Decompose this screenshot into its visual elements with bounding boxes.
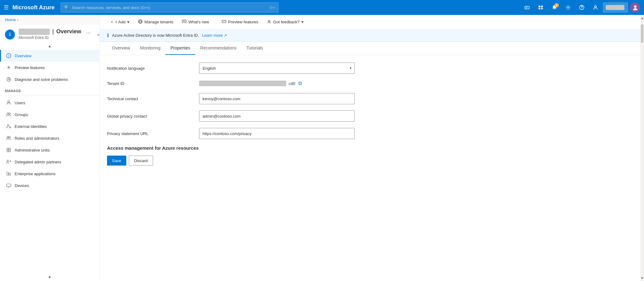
notification-language-row: Notification language English French Ger… <box>107 63 387 74</box>
sidebar-tenant-name: | Overview <box>19 28 81 35</box>
svg-point-14 <box>7 77 11 81</box>
properties-form: Notification language English French Ger… <box>107 63 387 166</box>
privacy-url-control <box>199 128 355 139</box>
sidebar-item-roles[interactable]: Roles and administrators <box>0 132 99 144</box>
sidebar-item-delegated[interactable]: Delegated admin partners <box>0 156 99 168</box>
scroll-up-arrow[interactable]: ▲ <box>640 15 644 21</box>
svg-point-5 <box>554 9 555 10</box>
sidebar-more-button[interactable]: ··· <box>85 28 92 37</box>
manage-tenants-button[interactable]: Manage tenants <box>134 17 177 26</box>
sidebar-item-devices[interactable]: Devices <box>0 180 99 191</box>
sidebar-item-label-enterprise: Enterprise applications <box>15 171 56 176</box>
sidebar-item-admin-units[interactable]: Administrative units <box>0 144 99 156</box>
content-area: + + Add ▾ Manage tenants What's new <box>100 15 640 281</box>
devices-icon <box>6 183 12 188</box>
sidebar-item-label-devices: Devices <box>15 183 29 188</box>
privacy-contact-input[interactable] <box>199 110 355 122</box>
content-body: Notification language English French Ger… <box>100 55 640 281</box>
discard-button[interactable]: Discard <box>129 156 153 166</box>
tab-properties[interactable]: Properties <box>166 42 195 55</box>
tab-monitoring[interactable]: Monitoring <box>135 42 165 55</box>
notifications-button[interactable]: 1 <box>548 1 561 14</box>
breadcrumb: Home › <box>0 15 99 25</box>
app-logo: Microsoft Azure <box>12 4 54 11</box>
got-feedback-button[interactable]: Got feedback? ▾ <box>263 17 307 26</box>
whats-new-button[interactable]: What's new <box>178 17 213 26</box>
cloud-shell-button[interactable] <box>521 1 533 14</box>
sidebar-item-label-admin: Administrative units <box>15 148 50 152</box>
save-button[interactable]: Save <box>107 156 126 166</box>
feedback-icon <box>267 19 271 25</box>
right-scrollbar: ▲ ▼ <box>640 15 644 281</box>
search-input[interactable] <box>72 5 267 10</box>
scroll-track[interactable] <box>640 21 644 275</box>
sidebar-collapse-button[interactable]: « <box>96 31 100 38</box>
privacy-url-input[interactable] <box>199 128 355 139</box>
user-account-button[interactable] <box>603 2 628 12</box>
scroll-down-arrow[interactable]: ▼ <box>640 275 644 281</box>
toolbar: + + Add ▾ Manage tenants What's new <box>100 15 640 29</box>
sidebar-item-diagnose[interactable]: Diagnose and solve problems <box>0 73 99 85</box>
action-buttons: Save Discard <box>107 156 387 166</box>
sidebar-item-preview-features[interactable]: Preview features <box>0 62 99 73</box>
tabs: Overview Monitoring Properties Recommend… <box>100 42 640 55</box>
learn-more-link[interactable]: Learn more ↗ <box>202 33 227 38</box>
sidebar-item-overview[interactable]: Overview <box>0 50 99 62</box>
copy-tenant-id-button[interactable]: ⧉ <box>298 80 302 87</box>
add-label: + Add <box>115 20 126 24</box>
sidebar-item-enterprise-apps[interactable]: Enterprise applications <box>0 168 99 180</box>
tab-overview[interactable]: Overview <box>107 42 135 55</box>
sidebar-item-groups[interactable]: Groups <box>0 109 99 120</box>
notification-language-label: Notification language <box>107 66 194 71</box>
diagnose-icon <box>6 77 12 82</box>
tenant-id-suffix: cd0 <box>289 81 295 86</box>
users-icon <box>6 100 12 105</box>
svg-point-21 <box>9 137 11 138</box>
breadcrumb-separator: › <box>17 17 18 22</box>
svg-point-8 <box>581 8 582 9</box>
notification-language-select-wrapper: English French German Spanish Japanese ▾ <box>199 63 355 74</box>
sidebar-scroll-up[interactable]: ▲ <box>0 42 99 50</box>
tab-recommendations[interactable]: Recommendations <box>195 42 242 55</box>
add-button[interactable]: + + Add ▾ <box>107 18 133 26</box>
technical-contact-input[interactable] <box>199 93 355 104</box>
toolbar-separator <box>215 18 216 26</box>
enterprise-apps-icon <box>6 171 12 176</box>
user-avatar[interactable] <box>630 2 640 12</box>
page-title: Overview <box>56 28 81 35</box>
avatar-icon <box>632 4 638 11</box>
portal-menu-button[interactable] <box>534 1 547 14</box>
sidebar-item-label-diagnose: Diagnose and solve problems <box>15 77 68 82</box>
portal-menu-icon <box>538 5 544 10</box>
sidebar-item-label-users: Users <box>15 101 25 105</box>
menu-icon[interactable]: ☰ <box>4 4 9 11</box>
cloud-shell-icon <box>524 5 530 10</box>
directory-button[interactable] <box>589 1 602 14</box>
delegated-icon <box>6 159 12 165</box>
preview-features-button[interactable]: Preview features <box>218 17 262 26</box>
tenant-id-control: cd0 ⧉ <box>199 80 355 87</box>
manage-divider <box>0 95 99 96</box>
sidebar-item-external-identities[interactable]: External Identities <box>0 120 99 132</box>
search-icon: 🔍 <box>64 5 69 10</box>
tab-tutorials[interactable]: Tutorials <box>241 42 268 55</box>
privacy-contact-row: Global privacy contact <box>107 110 387 122</box>
svg-point-15 <box>8 101 10 103</box>
scroll-thumb[interactable] <box>641 24 643 43</box>
sidebar: Home › i | Overview Microsoft Entra ID ·… <box>0 15 100 281</box>
sidebar-item-users[interactable]: Users <box>0 97 99 109</box>
sidebar-scroll-down[interactable]: ▼ <box>0 274 99 281</box>
help-icon <box>579 5 585 10</box>
notification-count: 1 <box>554 3 559 7</box>
notification-language-select[interactable]: English French German Spanish Japanese <box>199 63 355 74</box>
main-layout: Home › i | Overview Microsoft Entra ID ·… <box>0 15 644 281</box>
breadcrumb-home[interactable]: Home <box>5 17 16 22</box>
settings-button[interactable] <box>562 1 574 14</box>
svg-point-6 <box>567 7 569 8</box>
search-bar[interactable]: 🔍 G+/ <box>61 2 278 12</box>
help-button[interactable] <box>576 1 588 14</box>
title-separator: | <box>52 28 54 35</box>
external-identities-icon <box>6 124 12 129</box>
overview-icon <box>6 53 12 59</box>
sidebar-item-label-delegated: Delegated admin partners <box>15 160 61 164</box>
